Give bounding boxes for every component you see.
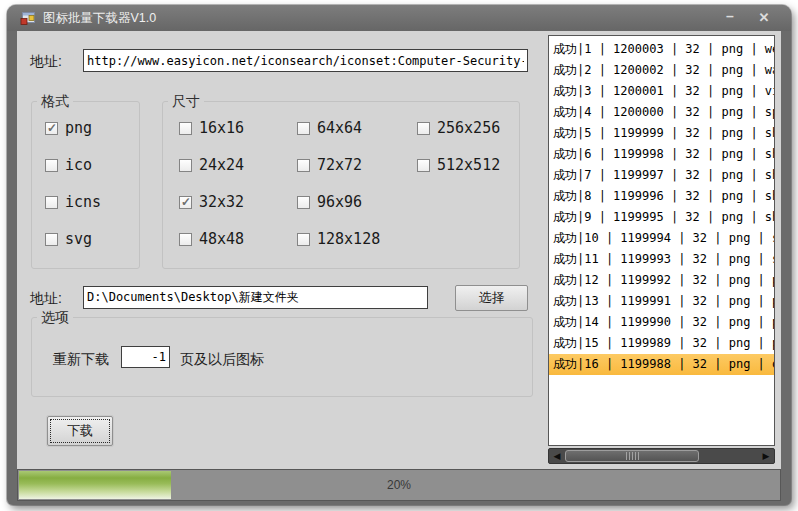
checkbox-label: 256x256: [437, 119, 500, 137]
options-group: 选项 重新下载 页及以后图标: [31, 317, 533, 397]
log-row[interactable]: 成功|5 | 1199999 | 32 | png | shield_: [549, 123, 774, 144]
checkbox-256x256[interactable]: 256x256: [417, 119, 500, 137]
checkbox-icns[interactable]: icns: [45, 193, 101, 211]
log-row[interactable]: 成功|4 | 1200000 | 32 | png | spy: [549, 102, 774, 123]
unchecked-checkbox-icon[interactable]: [179, 233, 192, 246]
unchecked-checkbox-icon[interactable]: [179, 122, 192, 135]
size-options: 16x1624x2432x3248x4864x6472x7296x96128x1…: [179, 119, 500, 267]
checkbox-label: 96x96: [317, 193, 362, 211]
checkbox-label: icns: [65, 193, 101, 211]
options-group-title: 选项: [37, 309, 73, 327]
unchecked-checkbox-icon[interactable]: [45, 233, 58, 246]
path-label: 地址:: [30, 290, 62, 308]
scroll-left-icon[interactable]: ◀: [550, 449, 564, 463]
log-row[interactable]: 成功|10 | 1199994 | 32 | png | securi: [549, 228, 774, 249]
format-group: 格式 pngicoicnssvg: [31, 101, 140, 269]
log-row[interactable]: 成功|12 | 1199992 | 32 | png | protec: [549, 270, 774, 291]
unchecked-checkbox-icon[interactable]: [45, 159, 58, 172]
app-window: 图标批量下载器V1.0 – ✕ 地址: 格式 pngicoicnssvg 尺寸 …: [7, 5, 791, 505]
format-group-title: 格式: [37, 93, 73, 111]
window-title: 图标批量下载器V1.0: [43, 10, 156, 27]
log-row-selected[interactable]: 成功|16 | 1199988 | 32 | png | open_l: [549, 354, 774, 375]
checkbox-72x72[interactable]: 72x72: [297, 156, 417, 174]
unchecked-checkbox-icon[interactable]: [297, 233, 310, 246]
format-options: pngicoicnssvg: [45, 119, 101, 267]
checkbox-512x512[interactable]: 512x512: [417, 156, 500, 174]
progress-label: 20%: [18, 470, 780, 500]
thumb-grip-icon: [626, 452, 639, 460]
unchecked-checkbox-icon[interactable]: [179, 159, 192, 172]
unchecked-checkbox-icon[interactable]: [297, 122, 310, 135]
log-row[interactable]: 成功|2 | 1200002 | 32 | png | wall: [549, 60, 774, 81]
checkbox-16x16[interactable]: 16x16: [179, 119, 297, 137]
checkbox-128x128[interactable]: 128x128: [297, 230, 417, 248]
page-suffix-label: 页及以后图标: [180, 351, 264, 369]
unchecked-checkbox-icon[interactable]: [417, 159, 430, 172]
unchecked-checkbox-icon[interactable]: [417, 122, 430, 135]
checkbox-32x32[interactable]: 32x32: [179, 193, 297, 211]
log-list[interactable]: 成功|1 | 1200003 | 32 | png | webcam成功|2 |…: [548, 35, 775, 446]
checkbox-label: ico: [65, 156, 92, 174]
download-button-label: 下载: [67, 423, 93, 438]
app-icon: [20, 11, 36, 26]
unchecked-checkbox-icon[interactable]: [297, 159, 310, 172]
checkbox-label: png: [65, 119, 92, 137]
checkbox-label: 16x16: [199, 119, 244, 137]
url-input[interactable]: [83, 49, 528, 72]
scroll-right-icon[interactable]: ▶: [759, 449, 773, 463]
log-row[interactable]: 成功|6 | 1199998 | 32 | png | shield: [549, 144, 774, 165]
log-row[interactable]: 成功|7 | 1199997 | 32 | png | shield: [549, 165, 774, 186]
client-area: 地址: 格式 pngicoicnssvg 尺寸 16x1624x2432x324…: [17, 31, 781, 469]
browse-button[interactable]: 选择: [455, 285, 528, 311]
path-input[interactable]: [83, 286, 428, 309]
log-row[interactable]: 成功|9 | 1199995 | 32 | png | shield: [549, 207, 774, 228]
checkbox-label: 24x24: [199, 156, 244, 174]
minimize-button[interactable]: –: [717, 8, 743, 28]
log-row[interactable]: 成功|15 | 1199989 | 32 | png | padloc: [549, 333, 774, 354]
checkbox-label: svg: [65, 230, 92, 248]
progress-bar: 20%: [17, 469, 781, 501]
checkbox-ico[interactable]: ico: [45, 156, 101, 174]
checkbox-png[interactable]: png: [45, 119, 101, 137]
checkbox-48x48[interactable]: 48x48: [179, 230, 297, 248]
redownload-label: 重新下载: [53, 351, 109, 369]
checkbox-96x96[interactable]: 96x96: [297, 193, 417, 211]
checked-checkbox-icon[interactable]: [179, 196, 192, 209]
checked-checkbox-icon[interactable]: [45, 122, 58, 135]
log-row[interactable]: 成功|8 | 1199996 | 32 | png | shield: [549, 186, 774, 207]
log-row[interactable]: 成功|13 | 1199991 | 32 | png | pin_co: [549, 291, 774, 312]
checkbox-24x24[interactable]: 24x24: [179, 156, 297, 174]
download-button[interactable]: 下载: [47, 416, 113, 446]
log-row[interactable]: 成功|3 | 1200001 | 32 | png | virus: [549, 81, 774, 102]
checkbox-label: 48x48: [199, 230, 244, 248]
close-button[interactable]: ✕: [751, 8, 777, 28]
checkbox-svg[interactable]: svg: [45, 230, 101, 248]
checkbox-label: 32x32: [199, 193, 244, 211]
page-number-input[interactable]: [121, 346, 170, 368]
checkbox-label: 128x128: [317, 230, 380, 248]
checkbox-label: 64x64: [317, 119, 362, 137]
url-label: 地址:: [30, 53, 62, 71]
scrollbar-thumb[interactable]: [565, 450, 699, 462]
size-group: 尺寸 16x1624x2432x3248x4864x6472x7296x9612…: [162, 101, 520, 269]
horizontal-scrollbar[interactable]: ◀ ▶: [548, 448, 775, 464]
log-row[interactable]: 成功|11 | 1199993 | 32 | png | safebo: [549, 249, 774, 270]
log-row[interactable]: 成功|1 | 1200003 | 32 | png | webcam: [549, 39, 774, 60]
unchecked-checkbox-icon[interactable]: [297, 196, 310, 209]
checkbox-label: 72x72: [317, 156, 362, 174]
size-group-title: 尺寸: [168, 93, 204, 111]
checkbox-label: 512x512: [437, 156, 500, 174]
unchecked-checkbox-icon[interactable]: [45, 196, 58, 209]
checkbox-64x64[interactable]: 64x64: [297, 119, 417, 137]
title-bar[interactable]: 图标批量下载器V1.0 – ✕: [7, 5, 791, 31]
log-row[interactable]: 成功|14 | 1199990 | 32 | png | passwo: [549, 312, 774, 333]
